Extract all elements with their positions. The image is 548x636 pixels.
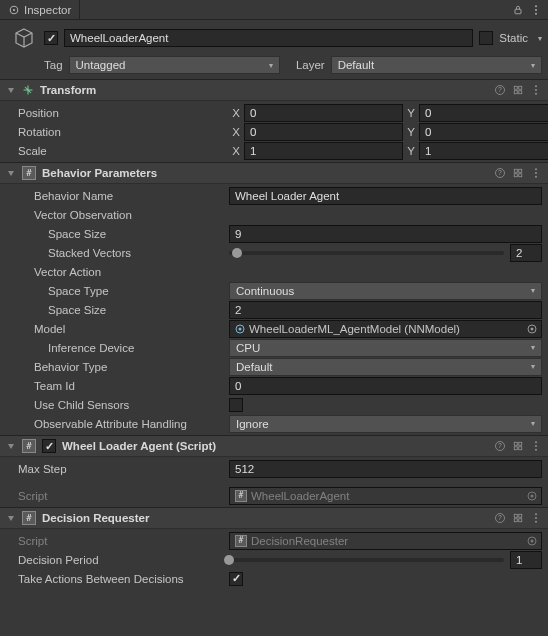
context-menu-icon[interactable] [530,167,542,179]
inference-device-dropdown[interactable]: CPU▾ [229,339,542,357]
layer-dropdown[interactable]: Default▾ [331,56,542,74]
help-icon[interactable]: ? [494,440,506,452]
foldout-icon[interactable] [6,441,16,451]
max-step-label: Max Step [18,463,225,475]
nnmodel-icon [235,324,245,334]
svg-rect-11 [519,91,522,94]
svg-point-21 [535,168,537,170]
gameobject-name-input[interactable] [64,29,473,47]
inference-device-label: Inference Device [48,342,225,354]
foldout-icon[interactable] [6,513,16,523]
svg-point-49 [531,539,534,542]
take-actions-checkbox[interactable] [229,572,243,586]
wheel-loader-agent-enabled-checkbox[interactable] [42,439,56,453]
scale-y-input[interactable] [419,142,548,160]
help-icon[interactable]: ? [494,512,506,524]
svg-rect-42 [519,514,522,517]
position-x-input[interactable] [244,104,403,122]
svg-rect-10 [514,91,517,94]
svg-point-12 [535,85,537,87]
rotation-y-input[interactable] [419,123,548,141]
behavior-type-dropdown[interactable]: Default▾ [229,358,542,376]
transform-title: Transform [40,84,488,96]
gameobject-header: Static ▾ [0,20,548,54]
script-icon: # [22,166,36,180]
stacked-slider[interactable] [229,251,504,255]
svg-point-5 [535,12,537,14]
obs-space-size-input[interactable] [229,225,542,243]
svg-rect-32 [514,447,517,450]
vector-action-label: Vector Action [34,266,225,278]
obs-attr-dropdown[interactable]: Ignore▾ [229,415,542,433]
preset-icon[interactable] [512,512,524,524]
svg-rect-43 [514,519,517,522]
svg-point-25 [239,327,242,330]
team-id-input[interactable] [229,377,542,395]
behavior-params-header[interactable]: # Behavior Parameters ? [0,162,548,184]
svg-point-34 [535,441,537,443]
tag-layer-row: Tag Untagged▾ Layer Default▾ [0,54,548,79]
use-child-sensors-checkbox[interactable] [229,398,243,412]
script-label: Script [18,535,225,547]
layer-value: Default [338,59,374,71]
svg-point-36 [535,449,537,451]
transform-header[interactable]: Transform ? [0,79,548,101]
svg-point-35 [535,445,537,447]
static-checkbox[interactable] [479,31,493,45]
wheel-loader-agent-header[interactable]: # Wheel Loader Agent (Script) ? [0,435,548,457]
action-spacetype-dropdown[interactable]: Continuous▾ [229,282,542,300]
rotation-x-input[interactable] [244,123,403,141]
tag-value: Untagged [76,59,126,71]
help-icon[interactable]: ? [494,84,506,96]
svg-rect-31 [519,442,522,445]
wheel-loader-agent-title: Wheel Loader Agent (Script) [62,440,488,452]
wheel-loader-agent-body: Max Step Script # WheelLoaderAgent [0,457,548,507]
decision-period-input[interactable] [510,551,542,569]
scale-x-input[interactable] [244,142,403,160]
context-menu-icon[interactable] [530,512,542,524]
context-menu-icon[interactable] [530,440,542,452]
svg-point-3 [535,5,537,7]
help-icon[interactable]: ? [494,167,506,179]
preset-icon[interactable] [512,440,524,452]
max-step-input[interactable] [229,460,542,478]
gameobject-icon[interactable] [10,24,38,52]
decision-period-slider[interactable] [229,558,504,562]
svg-rect-33 [519,447,522,450]
object-picker-icon[interactable] [525,322,539,336]
action-spacesize-label: Space Size [48,304,225,316]
tab-bar: Inspector [0,0,548,20]
svg-point-4 [535,9,537,11]
decision-requester-header[interactable]: # Decision Requester ? [0,507,548,529]
inspector-tab[interactable]: Inspector [0,0,80,19]
menu-icon[interactable] [530,4,542,16]
script-label: Script [18,490,225,502]
foldout-icon[interactable] [6,85,16,95]
object-picker-icon[interactable] [525,534,539,548]
decision-requester-body: Script # DecisionRequester Decision Peri… [0,529,548,590]
inspector-tab-label: Inspector [24,4,71,16]
static-dropdown-arrow[interactable]: ▾ [538,34,542,43]
model-object-field[interactable]: WheelLoaderML_AgentModel (NNModel) [229,320,542,338]
script-field: # WheelLoaderAgent [229,487,542,505]
behavior-name-input[interactable] [229,187,542,205]
svg-point-38 [531,494,534,497]
foldout-icon[interactable] [6,168,16,178]
position-y-input[interactable] [419,104,548,122]
preset-icon[interactable] [512,167,524,179]
svg-rect-17 [514,169,517,172]
lock-icon[interactable] [512,4,524,16]
preset-icon[interactable] [512,84,524,96]
space-size-label: Space Size [48,228,225,240]
object-picker-icon[interactable] [525,489,539,503]
action-spacesize-input[interactable] [229,301,542,319]
gameobject-enabled-checkbox[interactable] [44,31,58,45]
svg-point-13 [535,89,537,91]
tag-dropdown[interactable]: Untagged▾ [69,56,280,74]
context-menu-icon[interactable] [530,84,542,96]
take-actions-label: Take Actions Between Decisions [18,573,225,585]
svg-rect-2 [515,9,521,14]
stacked-value-input[interactable] [510,244,542,262]
use-child-sensors-label: Use Child Sensors [34,399,225,411]
svg-point-47 [535,521,537,523]
